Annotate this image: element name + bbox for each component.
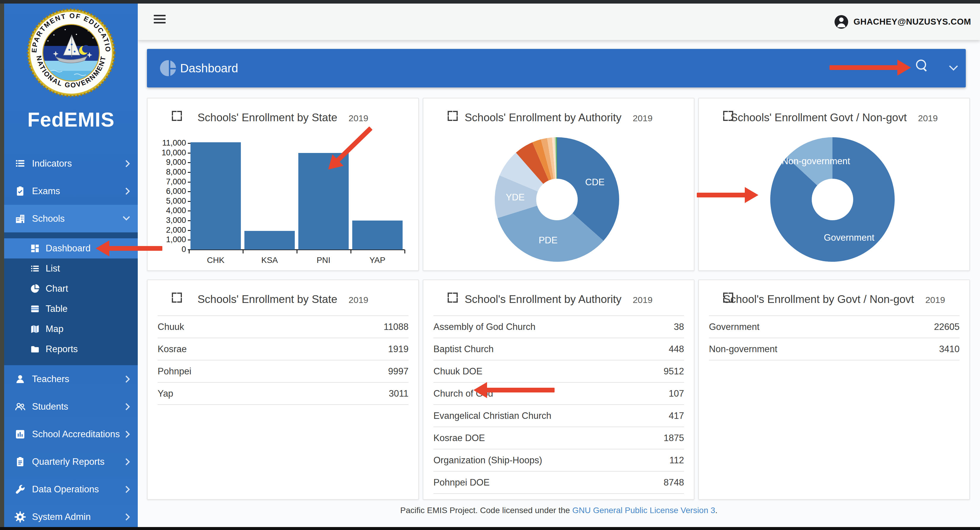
- sidebar-subitem-label: Dashboard: [46, 243, 91, 254]
- table-row-assembly-of-god-church: Assembly of God Church38: [433, 316, 684, 338]
- sidebar: DEPARTMENT OF EDUCATION NATIONAL GOVERNM…: [4, 3, 138, 527]
- row-value: 112: [670, 455, 684, 466]
- row-value: 1919: [388, 344, 409, 354]
- row-label: Yap: [158, 388, 173, 399]
- sidebar-item-label: School Accreditations: [32, 429, 120, 440]
- row-label: Chuuk DOE: [433, 366, 482, 377]
- table-row-non-government: Non-government3410: [709, 338, 959, 361]
- sidebar-item-table[interactable]: Table: [4, 299, 138, 319]
- folder-icon: [30, 344, 40, 354]
- row-value: 11088: [383, 322, 409, 332]
- sidebar-item-reports[interactable]: Reports: [4, 339, 138, 359]
- sidebar-item-map[interactable]: Map: [4, 319, 138, 339]
- card-enrollment-govt-nongovt-pie: Schools' Enrollment Govt / Non-govt2019G…: [698, 98, 970, 271]
- y-axis-tick-label: 6,000: [148, 187, 186, 196]
- x-axis-tick: [350, 250, 352, 254]
- user-account-menu[interactable]: GHACHEY@NUZUSYS.COM: [835, 3, 971, 40]
- y-axis-tick-label: 11,000: [148, 139, 186, 148]
- y-axis-tick-label: 10,000: [148, 148, 186, 157]
- y-axis-tick-label: 3,000: [148, 216, 186, 225]
- card-enrollment-govt-nongovt-table: School's Enrollment by Govt / Non-govt20…: [698, 279, 970, 500]
- table-row-church-of-god: Church of God107: [433, 383, 684, 405]
- row-label: Pohnpei DOE: [433, 477, 490, 488]
- hamburger-menu-icon[interactable]: [154, 15, 165, 27]
- sidebar-subitem-label: Chart: [46, 283, 68, 294]
- x-axis-tick: [404, 250, 405, 254]
- footer: Pacific EMIS Project. Code licensed unde…: [138, 506, 980, 515]
- table-row-government: Government22605: [709, 316, 959, 338]
- user-avatar-icon: [835, 15, 848, 29]
- sidebar-item-data-operations[interactable]: Data Operations: [4, 476, 138, 503]
- pie-chart-icon: [160, 60, 176, 76]
- sidebar-item-quarterly-reports[interactable]: Quarterly Reports: [4, 448, 138, 476]
- department-of-education-seal: DEPARTMENT OF EDUCATION NATIONAL GOVERNM…: [27, 8, 116, 98]
- chevron-right-icon: [123, 375, 130, 382]
- sidebar-item-exams[interactable]: Exams: [4, 177, 138, 205]
- app-title: FedEMIS: [4, 108, 138, 131]
- card-year-badge: 2019: [633, 295, 653, 305]
- y-axis-tick-label: 1,000: [148, 235, 186, 244]
- search-icon[interactable]: [916, 59, 926, 69]
- data-table: Government22605Non-government3410: [709, 315, 959, 361]
- row-label: Non-government: [709, 344, 777, 354]
- table-row-organization-ship-hoops: Organization (Ship-Hoops)112: [433, 449, 684, 472]
- card-enrollment-by-state-bar-chart: Schools' Enrollment by State201901,0002,…: [147, 98, 419, 271]
- people-icon: [14, 401, 26, 413]
- row-value: 3011: [389, 388, 409, 399]
- table-row-chuuk: Chuuk11088: [158, 316, 409, 338]
- x-axis-tick: [243, 250, 243, 254]
- x-axis-category-label: KSA: [243, 255, 296, 265]
- table-row-pentecostal: Pentecostal9: [433, 494, 684, 500]
- pie-slice-label: Non-government: [782, 156, 850, 166]
- footer-license-link[interactable]: GNU General Public License Version 3: [572, 506, 715, 515]
- bar-chart-icon: [14, 428, 26, 440]
- chevron-down-icon[interactable]: [949, 62, 958, 71]
- x-axis-category-label: CHK: [189, 255, 243, 265]
- table-row-yap: Yap3011: [158, 383, 409, 405]
- gear-icon: [14, 511, 26, 523]
- card-titlebar: School's Enrollment by Govt / Non-govt20…: [699, 293, 969, 306]
- y-axis-tick-label: 8,000: [148, 168, 186, 177]
- table-row-baptist-church: Baptist Church448: [433, 338, 684, 361]
- row-value: 9512: [663, 366, 684, 377]
- sidebar-item-label: Schools: [32, 214, 65, 224]
- card-enrollment-by-authority-table: School's Enrollment by Authority2019Asse…: [423, 279, 694, 500]
- chevron-right-icon: [123, 513, 130, 520]
- row-label: Organization (Ship-Hoops): [433, 455, 542, 466]
- row-value: 9997: [388, 366, 409, 377]
- footer-suffix: .: [715, 506, 718, 515]
- sidebar-item-chart[interactable]: Chart: [4, 279, 138, 299]
- row-value: 107: [669, 388, 684, 399]
- pie-slice-label: PDE: [539, 235, 558, 246]
- sidebar-item-students[interactable]: Students: [4, 393, 138, 420]
- data-table: Assembly of God Church38Baptist Church44…: [433, 315, 684, 500]
- row-value: 448: [669, 344, 684, 354]
- sidebar-subitem-label: Table: [46, 303, 68, 314]
- chevron-right-icon: [123, 403, 130, 410]
- table-row-chuuk-doe: Chuuk DOE9512: [433, 361, 684, 383]
- row-label: Evangelical Christian Church: [433, 410, 551, 421]
- person-icon: [14, 373, 26, 385]
- row-label: Assembly of God Church: [433, 322, 536, 332]
- row-label: Kosrae: [158, 344, 187, 354]
- x-axis-category-label: YAP: [350, 255, 404, 265]
- sidebar-item-indicators[interactable]: Indicators: [4, 150, 138, 177]
- chevron-right-icon: [123, 187, 130, 195]
- sidebar-item-system-admin[interactable]: System Admin: [4, 503, 138, 530]
- x-axis-tick: [296, 250, 298, 254]
- topbar: GHACHEY@NUZUSYS.COM: [138, 3, 980, 40]
- y-axis-tick-label: 2,000: [148, 225, 186, 235]
- card-enrollment-by-state-table: Schools' Enrollment by State2019Chuuk110…: [147, 279, 419, 500]
- row-value: 22605: [934, 322, 959, 332]
- card-titlebar: Schools' Enrollment by State2019: [148, 293, 418, 306]
- window-top-edge: [0, 0, 980, 3]
- sidebar-item-list[interactable]: List: [4, 259, 138, 279]
- sidebar-item-schools[interactable]: Schools: [4, 205, 138, 232]
- card-enrollment-by-authority-pie: Schools' Enrollment by Authority2019CDEP…: [423, 98, 694, 271]
- sidebar-item-school-accreditations[interactable]: School Accreditations: [4, 420, 138, 448]
- window-bottom-edge: [0, 527, 980, 530]
- table-row-kosrae-doe: Kosrae DOE1875: [433, 427, 684, 449]
- table-row-kosrae: Kosrae1919: [158, 338, 409, 361]
- sidebar-item-teachers[interactable]: Teachers: [4, 365, 138, 393]
- clipboard-check-icon: [14, 185, 26, 197]
